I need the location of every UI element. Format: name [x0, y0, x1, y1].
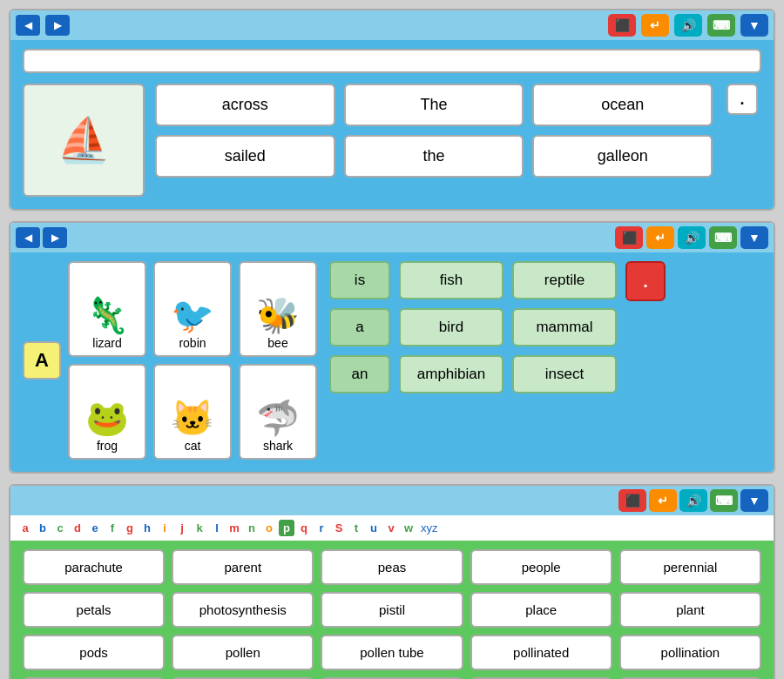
animal-tile[interactable]: 🐝bee — [239, 261, 317, 357]
alpha-btn-d[interactable]: d — [70, 520, 85, 536]
dot-tile-p1[interactable]: . — [727, 84, 758, 115]
alpha-btn-h[interactable]: h — [139, 520, 155, 536]
word-tile[interactable]: across — [155, 84, 335, 126]
galleon-image: ⛵ — [23, 84, 145, 197]
forward-btn-p1[interactable]: ▶ — [45, 15, 70, 36]
alpha-btn-s[interactable]: S — [331, 520, 347, 536]
nav-group-p2: ◀ ▶ — [16, 227, 67, 248]
back-btn-p2[interactable]: ◀ — [16, 227, 40, 248]
article-tile[interactable]: an — [329, 355, 390, 393]
sound-btn-p1[interactable]: 🔊 — [674, 14, 702, 37]
animal-tile[interactable]: 🦈shark — [239, 364, 317, 460]
keyboard-btn-p1[interactable]: ⌨ — [707, 14, 735, 37]
alpha-btn-o[interactable]: o — [261, 520, 277, 536]
article-tile[interactable]: is — [329, 261, 390, 299]
panel-vocabulary: ⬛ ↵ 🔊 ⌨ ▼ abcdefghijklmnopqrStuvwxyz par… — [9, 484, 775, 679]
alpha-btn-l[interactable]: l — [209, 520, 225, 536]
alpha-btn-v[interactable]: v — [383, 520, 399, 536]
sound-btn-p3[interactable]: 🔊 — [679, 489, 707, 512]
menu-btn-p1[interactable]: ▼ — [740, 14, 768, 37]
alpha-btn-j[interactable]: j — [174, 520, 190, 536]
word-tile[interactable]: sailed — [155, 135, 335, 178]
dot-tile-p2[interactable]: . — [625, 261, 666, 301]
vocab-tile[interactable]: plant — [619, 592, 761, 628]
vocab-tile[interactable]: peas — [321, 549, 463, 585]
enter-btn-p2[interactable]: ↵ — [646, 226, 674, 249]
type-tile[interactable]: insect — [512, 355, 617, 393]
alpha-btn-n[interactable]: n — [244, 520, 260, 536]
record-btn-p3[interactable]: ⬛ — [618, 489, 646, 512]
type-tile[interactable]: reptile — [512, 261, 617, 299]
alpha-btn-q[interactable]: q — [296, 520, 312, 536]
panel1-content: ⛵ acrossTheoceansailedthegalleon . — [10, 40, 774, 209]
vocab-tile[interactable]: parachute — [23, 549, 165, 585]
alpha-btn-f[interactable]: f — [105, 520, 120, 536]
vocab-tile[interactable]: pollinated — [470, 635, 612, 670]
record-btn-p1[interactable]: ⬛ — [608, 14, 636, 37]
sound-btn-p2[interactable]: 🔊 — [678, 226, 706, 249]
alpha-btn-m[interactable]: m — [226, 520, 242, 536]
enter-btn-p1[interactable]: ↵ — [641, 14, 669, 37]
vocab-tile[interactable]: photosynthesis — [172, 592, 314, 628]
alpha-btn-k[interactable]: k — [192, 520, 207, 536]
alpha-btn-xyz[interactable]: xyz — [418, 520, 441, 536]
forward-btn-p2[interactable]: ▶ — [43, 227, 67, 248]
animal-label: cat — [185, 439, 201, 453]
back-btn-p1[interactable]: ◀ — [16, 15, 40, 36]
record-btn-p2[interactable]: ⬛ — [615, 226, 643, 249]
alpha-btn-b[interactable]: b — [35, 520, 51, 536]
enter-btn-p3[interactable]: ↵ — [649, 489, 677, 512]
keyboard-btn-p3[interactable]: ⌨ — [710, 489, 738, 512]
vocab-tile[interactable]: pollination — [619, 635, 761, 670]
alpha-btn-g[interactable]: g — [122, 520, 138, 536]
animal-emoji: 🦎 — [85, 295, 129, 336]
animal-tile[interactable]: 🐦robin — [153, 261, 232, 357]
vocab-tile[interactable]: pistil — [321, 592, 463, 628]
type-tile[interactable]: mammal — [512, 308, 617, 346]
vocab-tile[interactable]: pollen — [172, 635, 314, 670]
article-tile[interactable]: a — [329, 308, 390, 346]
word-tile[interactable]: galleon — [532, 135, 713, 178]
menu-btn-p2[interactable]: ▼ — [740, 226, 768, 249]
word-tile[interactable]: the — [344, 135, 524, 178]
dot-area-p2: . — [625, 261, 666, 303]
animal-tile[interactable]: 🦎lizard — [68, 261, 146, 357]
animal-emoji: 🐦 — [171, 295, 214, 336]
vocab-tile[interactable]: place — [470, 592, 612, 628]
vocab-tile[interactable]: perennial — [619, 549, 761, 585]
alpha-btn-i[interactable]: i — [157, 520, 172, 536]
vocab-tile[interactable]: parent — [172, 549, 314, 585]
type-tile[interactable]: fish — [399, 261, 504, 299]
alpha-btn-t[interactable]: t — [348, 520, 364, 536]
vocab-tile[interactable]: pollen tube — [321, 635, 463, 670]
type-col-1: fishbirdamphibian — [399, 261, 504, 393]
word-tile[interactable]: ocean — [532, 84, 713, 126]
vocab-tile[interactable]: people — [470, 549, 612, 585]
vocab-tile[interactable]: petals — [23, 592, 165, 628]
animal-label: shark — [263, 439, 293, 453]
animal-label: robin — [179, 336, 206, 350]
alpha-btn-r[interactable]: r — [314, 520, 329, 536]
vocab-tile[interactable]: pods — [23, 635, 165, 670]
alpha-btn-e[interactable]: e — [87, 520, 103, 536]
keyboard-btn-p2[interactable]: ⌨ — [709, 226, 737, 249]
menu-btn-p3[interactable]: ▼ — [740, 489, 768, 512]
animal-tile[interactable]: 🐱cat — [153, 364, 232, 460]
alpha-btn-w[interactable]: w — [401, 520, 416, 536]
word-grid: acrossTheoceansailedthegalleon — [155, 84, 713, 178]
animals-grid: 🦎lizard🐦robin🐝bee🐸frog🐱cat🦈shark — [68, 261, 317, 460]
alpha-btn-p[interactable]: p — [279, 520, 294, 536]
animal-emoji: 🐸 — [85, 398, 129, 439]
alpha-btn-a[interactable]: a — [17, 520, 33, 536]
word-tile[interactable]: The — [344, 84, 524, 126]
panel2-right: isaan fishbirdamphibian reptilemammalins… — [329, 261, 761, 460]
alpha-btn-c[interactable]: c — [52, 520, 68, 536]
alpha-btn-u[interactable]: u — [366, 520, 382, 536]
panel1-toolbar: ◀ ▶ ⬛ ↵ 🔊 ⌨ ▼ — [10, 10, 774, 40]
type-tile[interactable]: bird — [399, 308, 504, 346]
a-badge[interactable]: A — [23, 341, 61, 380]
type-tile[interactable]: amphibian — [399, 355, 504, 393]
animal-tile[interactable]: 🐸frog — [68, 364, 146, 460]
alphabet-bar: abcdefghijklmnopqrStuvwxyz — [10, 515, 774, 541]
animal-label: frog — [97, 439, 118, 453]
